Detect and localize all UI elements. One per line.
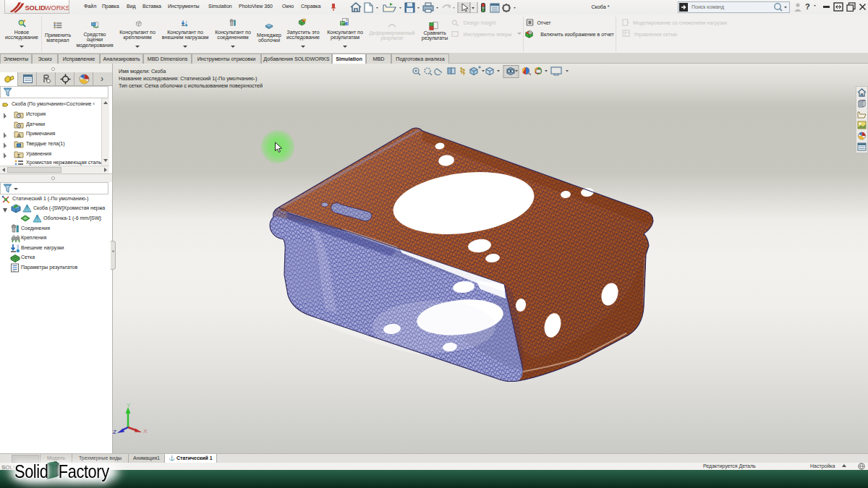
svg-text:Σ: Σ [17, 153, 21, 159]
svg-text:A: A [17, 132, 22, 139]
svg-text:Y: Y [127, 402, 131, 408]
svg-text:X: X [143, 428, 148, 434]
svg-text:WORKS: WORKS [45, 4, 69, 11]
svg-text:SOLID: SOLID [25, 4, 46, 11]
svg-text:Z: Z [113, 429, 116, 434]
